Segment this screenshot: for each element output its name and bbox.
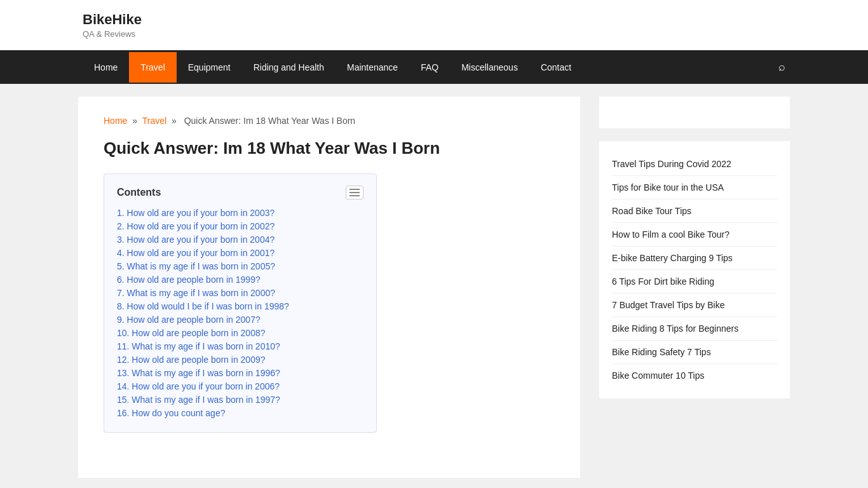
main-content: Home » Travel » Quick Answer: Im 18 What… <box>78 97 580 478</box>
breadcrumb: Home » Travel » Quick Answer: Im 18 What… <box>104 116 555 126</box>
toc-item: 2. How old are you if your born in 2002? <box>117 220 363 231</box>
breadcrumb-sep2: » <box>172 116 177 126</box>
toc-link[interactable]: 1. How old are you if your born in 2003? <box>117 208 275 218</box>
toc-item: 16. How do you count age? <box>117 407 363 418</box>
nav-equipment[interactable]: Equipment <box>177 52 242 83</box>
toc-link[interactable]: 16. How do you count age? <box>117 408 225 418</box>
toc-item: 13. What is my age if I was born in 1996… <box>117 367 363 378</box>
toc-link[interactable]: 9. How old are people born in 2007? <box>117 315 261 325</box>
toc-item: 3. How old are you if your born in 2004? <box>117 234 363 245</box>
toc-item: 6. How old are people born in 1999? <box>117 274 363 285</box>
nav-home[interactable]: Home <box>83 52 129 83</box>
toc-link[interactable]: 4. How old are you if your born in 2001? <box>117 248 275 258</box>
sidebar-link[interactable]: 6 Tips For Dirt bike Riding <box>612 270 777 294</box>
toc-item: 8. How old would I be if I was born in 1… <box>117 301 363 311</box>
nav-riding-health[interactable]: Riding and Health <box>242 52 336 83</box>
nav-miscellaneous[interactable]: Miscellaneous <box>450 52 529 83</box>
toc-link[interactable]: 11. What is my age if I was born in 2010… <box>117 341 280 351</box>
sidebar-link[interactable]: Bike Commuter 10 Tips <box>612 364 777 387</box>
toc-link[interactable]: 2. How old are you if your born in 2002? <box>117 221 275 231</box>
nav-travel[interactable]: Travel <box>129 52 176 83</box>
site-subtitle: QA & Reviews <box>83 29 785 39</box>
toc-toggle[interactable] <box>346 186 363 200</box>
toc-item: 11. What is my age if I was born in 2010… <box>117 341 363 351</box>
breadcrumb-current: Quick Answer: Im 18 What Year Was I Born <box>184 116 355 126</box>
main-nav: Home Travel Equipment Riding and Health … <box>0 50 868 84</box>
toc-link[interactable]: 6. How old are people born in 1999? <box>117 274 261 285</box>
breadcrumb-travel[interactable]: Travel <box>142 116 166 126</box>
table-of-contents: Contents 1. How old are you if your born… <box>104 173 377 433</box>
toc-link[interactable]: 15. What is my age if I was born in 1997… <box>117 395 280 405</box>
nav-maintenance[interactable]: Maintenance <box>336 52 409 83</box>
sidebar-link[interactable]: E-bike Battery Charging 9 Tips <box>612 247 777 270</box>
breadcrumb-sep1: » <box>132 116 137 126</box>
toc-item: 10. How old are people born in 2008? <box>117 327 363 338</box>
sidebar-link-list: Travel Tips During Covid 2022Tips for Bi… <box>599 141 790 398</box>
toc-item: 7. What is my age if I was born in 2000? <box>117 287 363 298</box>
sidebar-link[interactable]: Bike Riding Safety 7 Tips <box>612 341 777 364</box>
article-title: Quick Answer: Im 18 What Year Was I Born <box>104 139 555 158</box>
sidebar-link[interactable]: Road Bike Tour Tips <box>612 200 777 223</box>
sidebar-link[interactable]: 7 Budget Travel Tips by Bike <box>612 294 777 317</box>
nav-contact[interactable]: Contact <box>529 52 583 83</box>
toc-item: 5. What is my age if I was born in 2005? <box>117 261 363 271</box>
toc-title: Contents <box>117 187 161 198</box>
breadcrumb-home[interactable]: Home <box>104 116 127 126</box>
sidebar-ad-widget <box>599 97 790 128</box>
toc-link[interactable]: 5. What is my age if I was born in 2005? <box>117 261 275 271</box>
toc-list: 1. How old are you if your born in 2003?… <box>117 207 363 418</box>
nav-faq[interactable]: FAQ <box>409 52 450 83</box>
toc-link[interactable]: 12. How old are people born in 2009? <box>117 355 266 365</box>
sidebar: Travel Tips During Covid 2022Tips for Bi… <box>599 97 790 478</box>
toc-link[interactable]: 14. How old are you if your born in 2006… <box>117 381 280 391</box>
toc-item: 14. How old are you if your born in 2006… <box>117 381 363 391</box>
toc-item: 15. What is my age if I was born in 1997… <box>117 394 363 405</box>
sidebar-link[interactable]: Tips for Bike tour in the USA <box>612 176 777 200</box>
toc-link[interactable]: 3. How old are you if your born in 2004? <box>117 234 275 245</box>
sidebar-link[interactable]: Bike Riding 8 Tips for Beginners <box>612 317 777 341</box>
site-title: BikeHike <box>83 11 785 28</box>
toc-link[interactable]: 7. What is my age if I was born in 2000? <box>117 288 275 298</box>
toc-link[interactable]: 10. How old are people born in 2008? <box>117 328 266 338</box>
toc-item: 9. How old are people born in 2007? <box>117 314 363 325</box>
sidebar-link[interactable]: Travel Tips During Covid 2022 <box>612 152 777 176</box>
toc-item: 12. How old are people born in 2009? <box>117 354 363 365</box>
sidebar-link[interactable]: How to Film a cool Bike Tour? <box>612 223 777 247</box>
search-icon[interactable]: ⌕ <box>778 50 785 84</box>
toc-item: 1. How old are you if your born in 2003? <box>117 207 363 218</box>
toc-item: 4. How old are you if your born in 2001? <box>117 247 363 258</box>
toc-link[interactable]: 8. How old would I be if I was born in 1… <box>117 301 289 311</box>
sidebar-links-widget: Travel Tips During Covid 2022Tips for Bi… <box>599 141 790 398</box>
toc-link[interactable]: 13. What is my age if I was born in 1996… <box>117 368 280 378</box>
